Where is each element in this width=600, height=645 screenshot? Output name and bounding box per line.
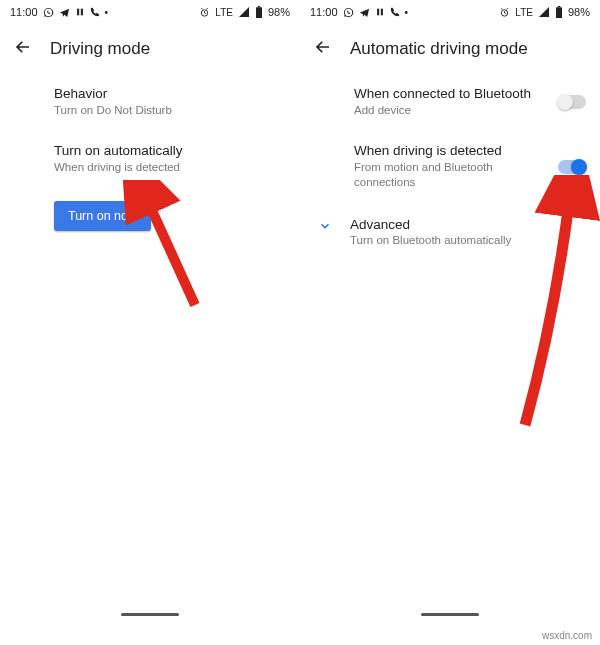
svg-rect-1 [80,9,82,16]
setting-label: Advanced [350,217,511,232]
network-type: LTE [215,7,233,18]
alarm-icon [499,7,510,18]
nav-pill[interactable] [121,613,179,616]
setting-label: When driving is detected [354,143,546,158]
turn-on-now-button[interactable]: Turn on now [54,201,151,231]
toggle-driving-detected[interactable] [558,160,586,174]
setting-behavior[interactable]: Behavior Turn on Do Not Disturb [0,74,300,131]
status-bar: 11:00 • LTE 98% [300,0,600,24]
setting-sub: Add device [354,103,546,119]
status-bar: 11:00 • LTE 98% [0,0,300,24]
battery-percent: 98% [268,6,290,18]
svg-rect-0 [77,9,79,16]
whatsapp-icon [343,7,354,18]
app-bar: Automatic driving mode [300,24,600,70]
svg-rect-4 [258,6,260,7]
svg-rect-9 [558,6,560,7]
status-time: 11:00 [310,6,338,18]
setting-advanced[interactable]: Advanced Turn on Bluetooth automatically [300,203,600,258]
setting-sub: Turn on Bluetooth automatically [350,234,511,246]
app-bar: Driving mode [0,24,300,70]
back-icon[interactable] [314,38,332,60]
svg-rect-8 [556,7,562,18]
status-time: 11:00 [10,6,38,18]
svg-rect-3 [256,7,262,18]
telegram-icon [359,7,370,18]
battery-icon [555,6,563,18]
setting-label: When connected to Bluetooth [354,86,546,101]
svg-rect-5 [377,9,379,16]
setting-sub: When driving is detected [54,160,282,176]
setting-label: Turn on automatically [54,143,282,158]
page-title: Driving mode [50,39,150,59]
screen-driving-mode: 11:00 • LTE 98% Driving mode Behavior [0,0,300,620]
setting-sub: From motion and Bluetooth connections [354,160,546,191]
battery-icon [255,6,263,18]
setting-bluetooth-connected[interactable]: When connected to Bluetooth Add device [300,74,600,131]
signal-icon [538,7,550,17]
setting-turn-on-automatically[interactable]: Turn on automatically When driving is de… [0,131,300,188]
svg-rect-6 [380,9,382,16]
telegram-icon [59,7,70,18]
pause-icon [75,7,85,17]
alarm-icon [199,7,210,18]
phone-icon [390,7,400,17]
back-icon[interactable] [14,38,32,60]
network-type: LTE [515,7,533,18]
nav-pill[interactable] [421,613,479,616]
page-title: Automatic driving mode [350,39,528,59]
screen-automatic-driving-mode: 11:00 • LTE 98% Automatic driving mode W… [300,0,600,620]
more-notifications-icon: • [405,7,409,18]
more-notifications-icon: • [105,7,109,18]
setting-driving-detected[interactable]: When driving is detected From motion and… [300,131,600,203]
setting-sub: Turn on Do Not Disturb [54,103,282,119]
battery-percent: 98% [568,6,590,18]
phone-icon [90,7,100,17]
toggle-bluetooth[interactable] [558,95,586,109]
whatsapp-icon [43,7,54,18]
signal-icon [238,7,250,17]
pause-icon [375,7,385,17]
setting-label: Behavior [54,86,282,101]
watermark: wsxdn.com [542,630,592,641]
chevron-down-icon [318,217,332,237]
